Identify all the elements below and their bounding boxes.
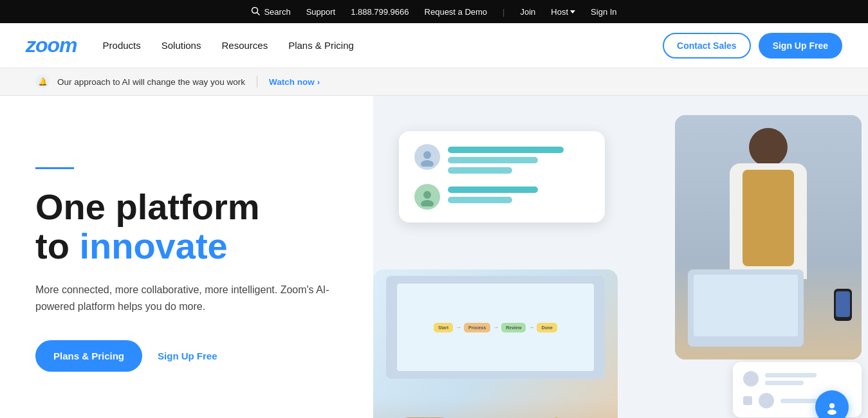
contact-avatar-1 <box>743 371 759 386</box>
chevron-down-icon <box>570 10 575 14</box>
banner-divider <box>257 76 257 87</box>
contact-info-1 <box>765 373 817 385</box>
laptop-screen: Start → Process → Review → Done <box>386 276 605 379</box>
support-link[interactable]: Support <box>306 7 336 17</box>
avatar-1 <box>414 144 440 170</box>
laptop-in-hands <box>688 269 804 347</box>
navbar: zoom Products Solutions Resources Plans … <box>0 23 868 68</box>
banner: 🔔 Our approach to AI will change the way… <box>0 68 868 96</box>
arrow-icon: → <box>456 324 461 331</box>
arrow-icon-2: → <box>493 324 499 331</box>
svg-line-1 <box>257 12 260 15</box>
contact-info-2 <box>780 399 819 403</box>
arrow-right-icon: › <box>317 77 320 87</box>
chat-line <box>448 147 564 153</box>
contact-avatar-2 <box>759 393 774 408</box>
contact-sales-button[interactable]: Contact Sales <box>663 33 751 59</box>
svg-point-7 <box>827 410 836 415</box>
host-label[interactable]: Host <box>551 7 568 17</box>
phone-icon <box>743 396 752 405</box>
chat-fab-button[interactable] <box>815 390 849 418</box>
banner-text: Our approach to AI will change the way y… <box>57 77 245 87</box>
laptop-screen-small <box>694 275 798 336</box>
hero-title-line1: One platform <box>35 186 259 227</box>
watch-now-label[interactable]: Watch now <box>269 77 315 87</box>
top-bar: Search Support 1.888.799.9666 Request a … <box>0 0 868 23</box>
hero-section: One platform to innovate More connected,… <box>0 96 868 418</box>
flow-node-1: Start <box>434 323 453 332</box>
hero-title-highlight: innovate <box>79 226 227 266</box>
person-photo-top <box>675 115 862 359</box>
nav-links: Products Solutions Resources Plans & Pri… <box>103 40 663 51</box>
chat-lines-2 <box>448 184 538 203</box>
search-icon-top <box>251 6 260 17</box>
hero-right: Start → Process → Review → Done <box>373 96 868 418</box>
svg-point-2 <box>423 151 431 159</box>
plans-pricing-button[interactable]: Plans & Pricing <box>35 340 142 372</box>
svg-point-4 <box>423 191 431 199</box>
hero-actions: Plans & Pricing Sign Up Free <box>35 340 338 372</box>
chat-line <box>448 186 538 193</box>
hero-title: One platform to innovate <box>35 187 338 266</box>
watch-now-link[interactable]: Watch now › <box>269 77 320 87</box>
separator: | <box>503 7 504 17</box>
person-photo <box>675 115 862 359</box>
chat-row-1 <box>414 144 589 174</box>
chat-line <box>448 157 538 163</box>
chat-lines-1 <box>448 144 564 174</box>
nav-products[interactable]: Products <box>103 40 141 51</box>
flow-node-2: Process <box>464 323 490 332</box>
phone <box>834 289 852 321</box>
contact-line-name-2 <box>780 399 819 403</box>
hero-subtitle: More connected, more collaborative, more… <box>35 282 338 314</box>
chat-line <box>448 167 512 174</box>
logo[interactable]: zoom <box>26 33 77 57</box>
chat-line <box>448 197 512 203</box>
search-label[interactable]: Search <box>264 7 290 17</box>
person-head <box>749 128 788 167</box>
laptop-screen-inner: Start → Process → Review → Done <box>397 284 594 371</box>
hero-left: One platform to innovate More connected,… <box>0 96 373 418</box>
arrow-icon-3: → <box>528 324 534 331</box>
hands-area <box>373 398 618 418</box>
svg-point-5 <box>421 200 434 206</box>
sign-up-free-button-nav[interactable]: Sign Up Free <box>759 33 842 59</box>
svg-point-3 <box>421 160 434 167</box>
chat-row-2 <box>414 184 589 210</box>
flow-node-4: Done <box>537 323 557 332</box>
hero-accent-line <box>35 167 74 169</box>
phone-number: 1.888.799.9666 <box>351 7 409 17</box>
search-item[interactable]: Search <box>251 6 290 17</box>
contact-line-detail <box>765 381 804 385</box>
sign-in-link[interactable]: Sign In <box>591 7 616 17</box>
nav-resources[interactable]: Resources <box>221 40 268 51</box>
host-item[interactable]: Host <box>551 7 575 17</box>
nav-plans-pricing[interactable]: Plans & Pricing <box>288 40 354 51</box>
sign-up-free-button-hero[interactable]: Sign Up Free <box>158 350 217 361</box>
apron <box>743 170 794 266</box>
nav-solutions[interactable]: Solutions <box>162 40 201 51</box>
flow-node-3: Review <box>501 323 526 332</box>
nav-actions: Contact Sales Sign Up Free <box>663 33 842 59</box>
laptop-scene: Start → Process → Review → Done <box>373 269 618 418</box>
phone-screen <box>836 291 850 317</box>
chat-card <box>399 131 605 223</box>
hero-title-line2: to <box>35 226 79 266</box>
contact-row-1 <box>743 371 851 386</box>
avatar-2 <box>414 184 440 210</box>
join-link[interactable]: Join <box>521 7 536 17</box>
svg-point-6 <box>829 403 835 408</box>
contact-line-name <box>765 373 817 377</box>
request-demo-link[interactable]: Request a Demo <box>425 7 488 17</box>
bell-icon: 🔔 <box>35 75 50 89</box>
